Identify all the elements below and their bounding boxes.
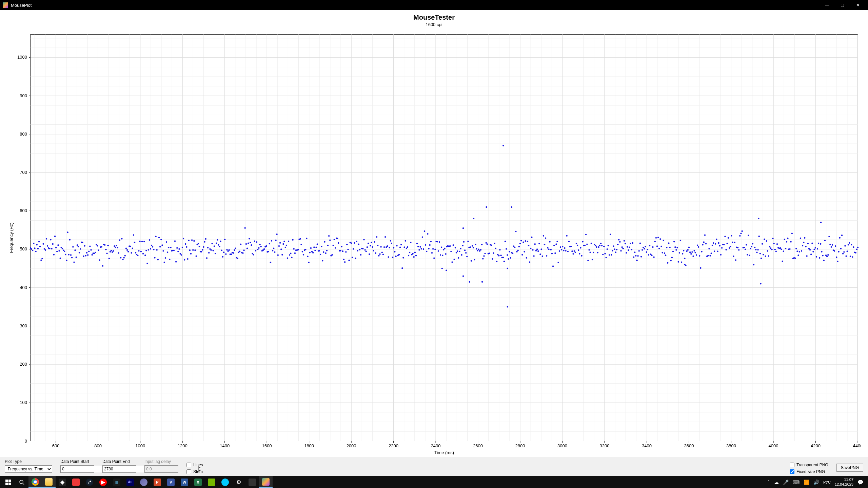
tray-notifications-icon[interactable]: 💬 <box>857 480 863 485</box>
tray-mic-icon[interactable]: 🎤 <box>783 480 789 485</box>
svg-point-575 <box>409 252 410 253</box>
svg-point-394 <box>217 239 218 240</box>
save-png-button[interactable]: SavePNG <box>836 464 863 472</box>
svg-point-353 <box>173 250 175 251</box>
svg-point-704 <box>546 255 547 257</box>
svg-point-748 <box>593 252 594 253</box>
svg-point-269 <box>84 245 85 246</box>
svg-point-290 <box>106 253 107 254</box>
taskbar-app-excel[interactable]: X <box>191 476 205 488</box>
taskbar-app-chrome[interactable] <box>28 476 42 488</box>
taskbar-app-mouseplot[interactable] <box>259 476 273 488</box>
stem-checkbox[interactable]: Stem <box>186 469 203 474</box>
svg-point-641 <box>479 250 480 251</box>
svg-point-434 <box>259 244 260 245</box>
svg-point-324 <box>142 253 144 254</box>
start-button[interactable] <box>1 476 15 488</box>
taskbar-app-vivaldi[interactable] <box>69 476 83 488</box>
svg-point-613 <box>449 245 451 247</box>
tray-clock[interactable]: 11:07 12.04.2023 <box>835 477 853 486</box>
minimize-button[interactable]: — <box>820 0 835 10</box>
taskbar-app-ytmusic[interactable]: ▶ <box>96 476 110 488</box>
svg-point-639 <box>477 250 478 251</box>
taskbar-app-terminal[interactable] <box>245 476 259 488</box>
svg-point-756 <box>601 245 603 246</box>
svg-point-430 <box>255 250 256 251</box>
svg-point-927 <box>783 250 784 252</box>
svg-point-494 <box>323 251 324 253</box>
svg-rect-1017 <box>8 483 11 485</box>
svg-point-952 <box>809 249 811 250</box>
plot-type-select[interactable]: Frequency vs. Time <box>5 465 52 473</box>
dp-start-stepper[interactable]: ▲▼ <box>60 465 94 473</box>
svg-point-310 <box>127 251 129 252</box>
svg-point-338 <box>157 259 159 260</box>
taskbar-app-2[interactable]: ||| <box>110 476 123 488</box>
tray-keyboard-icon[interactable]: ⌨ <box>793 480 800 485</box>
taskbar-app-settings[interactable]: ⚙ <box>232 476 245 488</box>
svg-point-272 <box>87 254 88 256</box>
taskbar-app-visio[interactable]: V <box>164 476 178 488</box>
svg-point-349 <box>169 259 170 260</box>
svg-point-533 <box>364 249 366 250</box>
svg-point-572 <box>406 247 407 249</box>
svg-point-428 <box>253 254 254 255</box>
svg-point-540 <box>372 246 373 248</box>
taskbar-app-word[interactable]: W <box>178 476 191 488</box>
tray-wifi-icon[interactable]: 📶 <box>804 480 809 485</box>
svg-point-593 <box>428 248 429 249</box>
svg-point-467 <box>294 252 296 254</box>
svg-point-579 <box>413 256 415 258</box>
fixed-size-png-checkbox[interactable]: Fixed-size PNG <box>790 469 828 474</box>
close-button[interactable]: ✕ <box>850 0 865 10</box>
svg-point-484 <box>312 252 314 253</box>
chart-title: MouseTester <box>0 14 868 21</box>
svg-point-1008 <box>469 281 470 282</box>
svg-point-875 <box>728 237 729 239</box>
svg-point-592 <box>427 233 428 235</box>
taskbar-app-3[interactable] <box>218 476 232 488</box>
taskbar-app-nvidia[interactable] <box>205 476 218 488</box>
svg-text:3200: 3200 <box>600 443 610 448</box>
svg-point-260 <box>74 249 76 251</box>
dp-end-stepper[interactable]: ▲▼ <box>102 465 136 473</box>
svg-point-556 <box>389 247 390 248</box>
svg-point-421 <box>245 243 247 245</box>
svg-point-706 <box>548 248 549 250</box>
taskbar-app-audition[interactable]: Au <box>123 476 137 488</box>
svg-rect-1014 <box>5 480 8 482</box>
svg-point-956 <box>813 248 815 250</box>
svg-point-444 <box>270 262 271 263</box>
taskbar-app-powerpoint[interactable]: P <box>151 476 164 488</box>
tray-chevron-icon[interactable]: ˄ <box>768 480 770 485</box>
svg-point-745 <box>589 251 591 253</box>
taskbar-app-steam[interactable] <box>83 476 96 488</box>
svg-point-590 <box>425 244 426 246</box>
svg-point-813 <box>662 252 663 253</box>
taskbar-app-1[interactable]: ◆ <box>56 476 69 488</box>
svg-point-962 <box>820 243 821 245</box>
tray-onedrive-icon[interactable]: ☁ <box>774 480 779 485</box>
taskbar-app-explorer[interactable] <box>42 476 56 488</box>
svg-point-734 <box>578 249 579 251</box>
search-icon[interactable] <box>15 476 28 488</box>
lines-checkbox[interactable]: Lines <box>186 463 203 467</box>
svg-point-492 <box>321 246 322 247</box>
svg-point-978 <box>837 261 838 262</box>
svg-point-803 <box>651 255 652 256</box>
svg-point-431 <box>256 241 257 243</box>
svg-point-1003 <box>758 218 759 219</box>
svg-point-719 <box>562 246 563 247</box>
svg-point-742 <box>586 243 588 245</box>
svg-point-377 <box>199 246 200 247</box>
lag-stepper: ▲▼ <box>144 465 178 473</box>
svg-point-1011 <box>684 264 685 265</box>
taskbar-app-copilot[interactable] <box>137 476 151 488</box>
svg-point-778 <box>625 243 626 244</box>
transparent-png-checkbox[interactable]: Transparent PNG <box>790 463 828 467</box>
maximize-button[interactable]: ▢ <box>835 0 850 10</box>
tray-language[interactable]: РУС <box>823 480 831 484</box>
tray-sound-icon[interactable]: 🔊 <box>813 480 819 485</box>
svg-point-902 <box>756 252 757 253</box>
svg-text:2400: 2400 <box>431 443 441 448</box>
